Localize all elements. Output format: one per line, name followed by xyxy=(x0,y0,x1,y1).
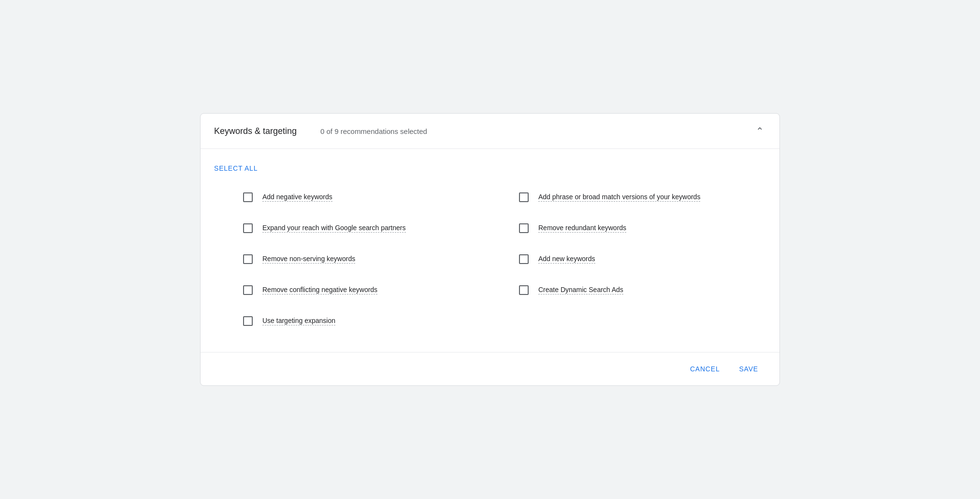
checkbox-label-create-dynamic-search-ads: Create Dynamic Search Ads xyxy=(538,286,623,294)
checkbox-remove-conflicting-negative-keywords[interactable] xyxy=(243,285,253,295)
checkbox-wrapper-add-new-keywords[interactable]: Add new keywords xyxy=(519,254,595,264)
select-all-button[interactable]: SELECT ALL xyxy=(214,161,258,176)
checkbox-remove-redundant-keywords[interactable] xyxy=(519,223,529,233)
list-item[interactable]: Remove non-serving keywords xyxy=(214,244,490,275)
checkbox-label-use-targeting-expansion: Use targeting expansion xyxy=(262,317,335,325)
chevron-up-icon[interactable]: ⌃ xyxy=(754,123,766,139)
dialog-content: SELECT ALL Add negative keywords Add phr… xyxy=(201,149,779,352)
list-item[interactable]: Add new keywords xyxy=(490,244,766,275)
checkbox-label-remove-conflicting-negative-keywords: Remove conflicting negative keywords xyxy=(262,286,377,294)
recommendations-count: 0 of 9 recommendations selected xyxy=(320,127,754,135)
list-item[interactable]: Remove redundant keywords xyxy=(490,213,766,244)
checkbox-label-remove-non-serving-keywords: Remove non-serving keywords xyxy=(262,255,355,264)
list-item[interactable]: Create Dynamic Search Ads xyxy=(490,275,766,306)
list-item[interactable]: Add phrase or broad match versions of yo… xyxy=(490,182,766,213)
checkbox-label-add-new-keywords: Add new keywords xyxy=(538,255,595,264)
list-item[interactable]: Use targeting expansion xyxy=(214,306,490,337)
checkbox-wrapper-expand-reach[interactable]: Expand your reach with Google search par… xyxy=(243,223,406,233)
checkbox-label-add-phrase-broad-match: Add phrase or broad match versions of yo… xyxy=(538,193,700,202)
list-item[interactable]: Expand your reach with Google search par… xyxy=(214,213,490,244)
list-item[interactable]: Add negative keywords xyxy=(214,182,490,213)
checkbox-wrapper-use-targeting-expansion[interactable]: Use targeting expansion xyxy=(243,316,335,326)
checkbox-wrapper-remove-non-serving[interactable]: Remove non-serving keywords xyxy=(243,254,355,264)
checkbox-wrapper-remove-redundant[interactable]: Remove redundant keywords xyxy=(519,223,626,233)
dialog-title: Keywords & targeting xyxy=(214,126,320,136)
checkbox-wrapper-create-dsa[interactable]: Create Dynamic Search Ads xyxy=(519,285,623,295)
checkbox-wrapper-add-negative[interactable]: Add negative keywords xyxy=(243,192,332,202)
checkbox-add-new-keywords[interactable] xyxy=(519,254,529,264)
checkbox-wrapper-remove-conflicting[interactable]: Remove conflicting negative keywords xyxy=(243,285,377,295)
checkbox-wrapper-add-phrase[interactable]: Add phrase or broad match versions of yo… xyxy=(519,192,700,202)
save-button[interactable]: SAVE xyxy=(731,360,766,378)
dialog-header: Keywords & targeting 0 of 9 recommendati… xyxy=(201,114,779,149)
checkbox-label-expand-reach-google: Expand your reach with Google search par… xyxy=(262,224,406,233)
checkbox-add-negative-keywords[interactable] xyxy=(243,192,253,202)
checkbox-use-targeting-expansion[interactable] xyxy=(243,316,253,326)
checkbox-label-remove-redundant-keywords: Remove redundant keywords xyxy=(538,224,626,233)
checkbox-expand-reach-google[interactable] xyxy=(243,223,253,233)
checkbox-create-dynamic-search-ads[interactable] xyxy=(519,285,529,295)
checkbox-add-phrase-broad-match[interactable] xyxy=(519,192,529,202)
list-item[interactable]: Remove conflicting negative keywords xyxy=(214,275,490,306)
cancel-button[interactable]: CANCEL xyxy=(682,360,728,378)
checkbox-label-add-negative-keywords: Add negative keywords xyxy=(262,193,332,202)
dialog-container: Keywords & targeting 0 of 9 recommendati… xyxy=(200,113,780,386)
checkboxes-grid: Add negative keywords Add phrase or broa… xyxy=(214,182,766,337)
dialog-footer: CANCEL SAVE xyxy=(201,352,779,385)
checkbox-remove-non-serving-keywords[interactable] xyxy=(243,254,253,264)
